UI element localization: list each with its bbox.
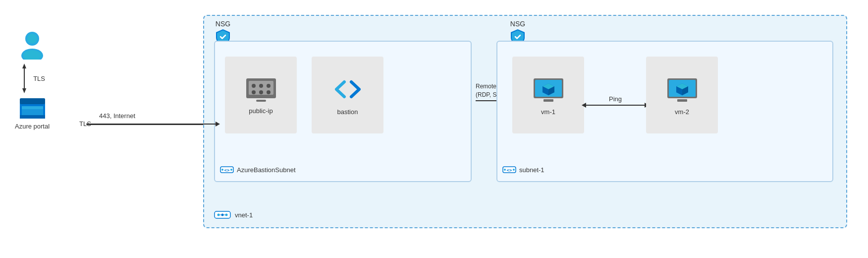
svg-rect-11: [20, 115, 45, 119]
svg-point-2: [27, 34, 37, 44]
svg-point-45: [221, 214, 224, 216]
bastion-card: bastion: [312, 57, 383, 133]
svg-point-15: [259, 84, 263, 88]
svg-point-14: [252, 84, 256, 88]
vnet-label: vnet-1: [235, 211, 253, 219]
public-ip-label: public-ip: [249, 107, 272, 115]
public-ip-icon: [244, 76, 278, 103]
nsg-1-label: NSG: [216, 20, 230, 28]
bastion-label: bastion: [337, 108, 358, 116]
svg-point-24: [230, 169, 232, 171]
svg-rect-8: [20, 98, 45, 104]
nsg-2-label: NSG: [510, 20, 525, 28]
svg-marker-6: [22, 88, 26, 93]
tls-vertical-group: TLS: [19, 62, 45, 95]
azure-portal-label: Azure portal: [15, 123, 50, 130]
svg-rect-20: [256, 100, 266, 102]
portal-section: TLS Azure portal: [15, 30, 50, 130]
svg-point-42: [513, 169, 515, 171]
arrow-443-label: 443, Internet: [99, 112, 135, 120]
svg-point-17: [252, 90, 256, 94]
vm2-label: vm-2: [675, 108, 689, 116]
vm2-card: vm-2: [646, 57, 718, 133]
vm-subnet-tag: <> subnet-1: [502, 164, 544, 175]
bastion-subnet-tag: <> AzureBastionSubnet: [220, 164, 296, 175]
vm1-icon: [531, 74, 566, 104]
vm1-label: vm-1: [541, 108, 555, 116]
tls-label-1: TLS: [33, 75, 45, 82]
svg-point-16: [267, 84, 271, 88]
ping-arrow-line: [586, 105, 645, 106]
vm-subnet-box: vm-1 Ping: [496, 41, 833, 182]
public-ip-card: public-ip: [225, 57, 297, 133]
svg-point-41: [504, 169, 506, 171]
svg-point-19: [267, 90, 271, 94]
vnet-icon: [214, 208, 231, 221]
main-flow-arrow: [86, 124, 216, 125]
ping-label: Ping: [609, 95, 622, 103]
svg-marker-5: [22, 64, 26, 68]
bastion-subnet-box: public-ip bastion <>: [214, 41, 472, 182]
svg-point-44: [217, 214, 220, 216]
svg-point-23: [221, 169, 223, 171]
svg-point-18: [259, 90, 263, 94]
vm-subnet-icon: <>: [502, 164, 516, 175]
svg-rect-34: [677, 99, 687, 102]
vm-subnet-label: subnet-1: [519, 166, 544, 174]
ping-arrow-container: Ping: [586, 95, 645, 106]
vnet-box: NSG NSG: [203, 15, 847, 228]
browser-icon: [19, 97, 46, 120]
bastion-icon: [330, 74, 365, 104]
diagram-container: TLS Azure portal TLS 443, Internet NSG: [0, 0, 868, 258]
vnet-tag: vnet-1: [214, 208, 253, 221]
bastion-subnet-icon: <>: [220, 164, 234, 175]
user-icon: [17, 30, 47, 60]
svg-text:<>: <>: [507, 168, 512, 173]
svg-text:<>: <>: [224, 168, 230, 173]
svg-rect-10: [22, 106, 43, 109]
svg-rect-27: [543, 99, 553, 102]
bastion-subnet-label: AzureBastionSubnet: [237, 166, 296, 174]
tls-arrow-icon: [19, 64, 29, 93]
vm2-icon: [665, 74, 700, 104]
vm1-card: vm-1: [512, 57, 584, 133]
svg-point-46: [225, 214, 228, 216]
